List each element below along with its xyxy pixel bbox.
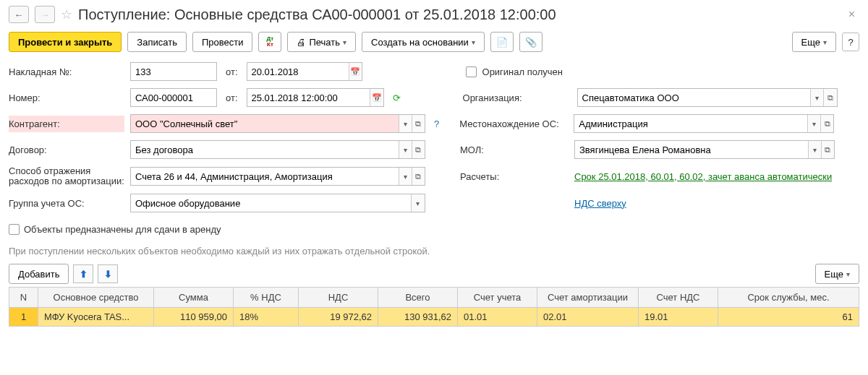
col-account[interactable]: Счет учета bbox=[458, 288, 537, 308]
date-action-icon[interactable]: ⟳ bbox=[393, 92, 401, 103]
number-date-from-label: от: bbox=[223, 92, 241, 103]
col-sum[interactable]: Сумма bbox=[154, 288, 234, 308]
org-input[interactable] bbox=[578, 89, 811, 106]
group-input-wrap[interactable]: ▾ bbox=[130, 194, 425, 212]
col-vatacc[interactable]: Счет НДС bbox=[639, 288, 718, 308]
org-input-wrap[interactable]: ▾ ⧉ bbox=[577, 88, 838, 107]
counterparty-open-button[interactable]: ⧉ bbox=[412, 115, 425, 132]
move-down-button[interactable]: ⬇ bbox=[98, 264, 118, 283]
vat-link[interactable]: НДС сверху bbox=[574, 198, 626, 209]
org-label: Организация: bbox=[463, 92, 571, 103]
cell-asset[interactable]: МФУ Kyocera TAS... bbox=[38, 308, 154, 327]
group-label: Группа учета ОС: bbox=[9, 198, 124, 209]
cell-amortacc[interactable]: 02.01 bbox=[537, 308, 639, 327]
assets-table: N Основное средство Сумма % НДС НДС Всег… bbox=[9, 287, 859, 327]
number-date-input[interactable] bbox=[247, 89, 370, 106]
create-based-button[interactable]: Создать на основании bbox=[362, 32, 485, 52]
invoice-date-calendar-button[interactable] bbox=[349, 63, 362, 80]
cell-vatpct[interactable]: 18% bbox=[234, 308, 299, 327]
calc-label: Расчеты: bbox=[460, 171, 569, 182]
rent-checkbox[interactable] bbox=[9, 224, 20, 235]
col-n[interactable]: N bbox=[9, 288, 38, 308]
dtkt-button[interactable]: ДтКт bbox=[258, 32, 281, 52]
group-input[interactable] bbox=[131, 194, 411, 212]
hint-text: При поступлении нескольких объектов необ… bbox=[9, 246, 859, 257]
save-button[interactable]: Записать bbox=[127, 32, 187, 52]
dtkt-icon: ДтКт bbox=[267, 36, 274, 48]
counterparty-label: Контрагент: bbox=[9, 116, 124, 132]
number-input-wrap[interactable] bbox=[130, 88, 217, 107]
amort-input[interactable] bbox=[131, 168, 399, 185]
cell-vatacc[interactable]: 19.01 bbox=[639, 308, 718, 327]
cell-sum[interactable]: 110 959,00 bbox=[154, 308, 234, 327]
nav-back-button[interactable]: ← bbox=[9, 6, 29, 23]
mol-input-wrap[interactable]: ▾ ⧉ bbox=[574, 140, 835, 159]
mol-dropdown-button[interactable]: ▾ bbox=[808, 141, 821, 158]
more-button[interactable]: Еще bbox=[792, 32, 836, 52]
location-input[interactable] bbox=[574, 115, 807, 132]
contract-input[interactable] bbox=[131, 141, 399, 158]
counterparty-dropdown-button[interactable]: ▾ bbox=[399, 115, 412, 132]
group-dropdown-button[interactable]: ▾ bbox=[411, 194, 425, 212]
contract-dropdown-button[interactable]: ▾ bbox=[399, 141, 412, 158]
col-life[interactable]: Срок службы, мес. bbox=[718, 288, 859, 308]
location-input-wrap[interactable]: ▾ ⧉ bbox=[574, 114, 834, 133]
mol-label: МОЛ: bbox=[460, 145, 569, 155]
mol-open-button[interactable]: ⧉ bbox=[821, 141, 834, 158]
cell-vat[interactable]: 19 972,62 bbox=[299, 308, 378, 327]
favorite-star-icon[interactable]: ☆ bbox=[61, 7, 72, 22]
number-date-input-wrap[interactable] bbox=[247, 88, 384, 107]
nav-forward-button[interactable]: → bbox=[35, 6, 55, 23]
org-dropdown-button[interactable]: ▾ bbox=[810, 89, 823, 106]
col-vat[interactable]: НДС bbox=[299, 288, 378, 308]
amort-input-wrap[interactable]: ▾ ⧉ bbox=[130, 167, 425, 186]
number-input[interactable] bbox=[131, 89, 216, 106]
print-label: Печать bbox=[309, 37, 340, 48]
print-icon bbox=[297, 37, 306, 48]
cell-n[interactable]: 1 bbox=[9, 308, 38, 327]
original-received-checkbox[interactable] bbox=[466, 66, 477, 77]
post-button[interactable]: Провести bbox=[192, 32, 253, 52]
counterparty-help-icon[interactable]: ? bbox=[434, 118, 439, 129]
add-row-button[interactable]: Добавить bbox=[9, 264, 69, 284]
cell-life[interactable]: 61 bbox=[718, 308, 859, 327]
counterparty-input-wrap[interactable]: ▾ ⧉ bbox=[130, 114, 425, 133]
amort-dropdown-button[interactable]: ▾ bbox=[399, 168, 412, 185]
col-amortacc[interactable]: Счет амортизации bbox=[537, 288, 639, 308]
doc-button[interactable] bbox=[490, 32, 514, 52]
number-date-calendar-button[interactable] bbox=[370, 89, 383, 106]
print-button[interactable]: Печать bbox=[287, 32, 356, 52]
contract-label: Договор: bbox=[9, 145, 124, 155]
org-open-button[interactable]: ⧉ bbox=[823, 89, 836, 106]
amort-open-button[interactable]: ⧉ bbox=[412, 168, 425, 185]
calc-link[interactable]: Срок 25.01.2018, 60.01, 60.02, зачет ава… bbox=[574, 171, 832, 182]
calendar-icon bbox=[372, 93, 382, 103]
table-more-button[interactable]: Еще bbox=[815, 264, 859, 284]
invoice-date-input-wrap[interactable] bbox=[247, 62, 362, 81]
counterparty-input[interactable] bbox=[131, 115, 399, 132]
attach-button[interactable] bbox=[519, 32, 542, 52]
col-asset[interactable]: Основное средство bbox=[38, 288, 154, 308]
page-title: Поступление: Основные средства СА00-0000… bbox=[78, 7, 838, 23]
col-total[interactable]: Всего bbox=[378, 288, 458, 308]
contract-input-wrap[interactable]: ▾ ⧉ bbox=[130, 140, 425, 159]
location-open-button[interactable]: ⧉ bbox=[820, 115, 833, 132]
col-vatpct[interactable]: % НДС bbox=[234, 288, 299, 308]
move-up-button[interactable]: ⬆ bbox=[73, 264, 93, 283]
post-close-button[interactable]: Провести и закрыть bbox=[9, 32, 122, 52]
document-icon bbox=[496, 37, 508, 48]
close-button[interactable]: × bbox=[844, 8, 859, 21]
invoice-date-input[interactable] bbox=[247, 63, 349, 80]
rent-label: Объекты предназначены для сдачи в аренду bbox=[24, 224, 221, 235]
help-button[interactable]: ? bbox=[842, 33, 859, 51]
cell-total[interactable]: 130 931,62 bbox=[378, 308, 458, 327]
location-dropdown-button[interactable]: ▾ bbox=[807, 115, 820, 132]
original-received-label: Оригинал получен bbox=[482, 66, 563, 77]
table-row[interactable]: 1 МФУ Kyocera TAS... 110 959,00 18% 19 9… bbox=[9, 308, 859, 327]
mol-input[interactable] bbox=[575, 141, 808, 158]
contract-open-button[interactable]: ⧉ bbox=[412, 141, 425, 158]
invoice-no-input[interactable] bbox=[131, 63, 216, 80]
invoice-no-input-wrap[interactable] bbox=[130, 62, 217, 81]
number-label: Номер: bbox=[9, 92, 124, 103]
cell-account[interactable]: 01.01 bbox=[458, 308, 537, 327]
